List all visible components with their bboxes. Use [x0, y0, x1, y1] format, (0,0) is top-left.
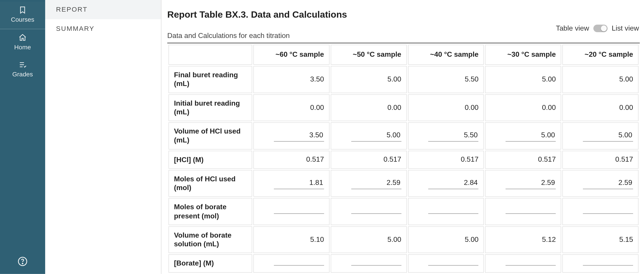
table-cell-input[interactable] — [562, 254, 639, 273]
table-cell: 5.10 — [253, 226, 330, 253]
cell-value: 5.50 — [428, 130, 478, 141]
table-cell: 0.517 — [408, 151, 484, 169]
cell-value — [351, 263, 401, 266]
cell-value — [583, 263, 633, 266]
table-row-label: Initial buret reading (mL) — [168, 94, 252, 121]
table-cell: 0.517 — [253, 151, 330, 169]
bookmark-icon — [18, 6, 26, 14]
cell-value: 3.50 — [274, 130, 324, 141]
view-toggle-switch[interactable] — [593, 24, 608, 32]
home-icon — [18, 33, 26, 42]
cell-value: 5.00 — [506, 130, 556, 141]
table-cell-input[interactable]: 2.59 — [562, 170, 639, 197]
table-cell-input[interactable]: 5.00 — [562, 122, 639, 149]
table-cell: 5.50 — [408, 66, 484, 93]
table-cell: 5.00 — [485, 66, 561, 93]
table-cell-input[interactable] — [331, 198, 407, 225]
table-row-label: [Borate] (M) — [168, 254, 252, 273]
cell-value — [274, 263, 324, 266]
table-cell: 3.50 — [253, 66, 330, 93]
table-row-label: [HCl] (M) — [168, 151, 252, 169]
cell-value — [274, 211, 324, 214]
table-cell: 0.00 — [408, 94, 484, 121]
list-check-icon — [18, 60, 26, 69]
table-cell-input[interactable]: 2.84 — [408, 170, 484, 197]
cell-value — [583, 211, 633, 214]
table-cell-input[interactable]: 5.00 — [331, 122, 407, 149]
cell-value — [428, 211, 478, 214]
table-row: Moles of HCl used (mol)1.812.592.842.592… — [168, 170, 639, 197]
cell-value — [506, 263, 556, 266]
sidebar-item-grades[interactable]: Grades — [0, 56, 45, 83]
table-row: Volume of borate solution (mL)5.105.005.… — [168, 226, 639, 253]
cell-value: 5.00 — [583, 130, 633, 141]
toggle-label-list: List view — [612, 24, 639, 32]
table-cell-input[interactable] — [408, 254, 484, 273]
cell-value: 2.59 — [583, 178, 633, 189]
secondary-sidebar: REPORT SUMMARY — [45, 0, 162, 274]
sidebar-item-courses[interactable]: Courses — [0, 1, 45, 29]
table-cell: 0.517 — [562, 151, 639, 169]
subnav-item-summary[interactable]: SUMMARY — [45, 19, 161, 38]
view-toggle: Table view List view — [556, 24, 639, 32]
table-corner-cell — [168, 45, 252, 65]
table-column-header: ~30 °C sample — [485, 45, 561, 65]
help-icon — [18, 258, 28, 269]
table-cell-input[interactable]: 2.59 — [485, 170, 561, 197]
cell-value — [351, 211, 401, 214]
table-row-label: Volume of HCl used (mL) — [168, 122, 252, 149]
primary-sidebar: Courses Home Grades — [0, 0, 45, 274]
sidebar-item-label: Home — [14, 43, 31, 50]
cell-value: 2.59 — [506, 178, 556, 189]
table-cell-input[interactable] — [331, 254, 407, 273]
table-row: [Borate] (M) — [168, 254, 639, 273]
cell-value: 5.00 — [351, 130, 401, 141]
sidebar-item-label: Courses — [11, 16, 34, 23]
table-cell-input[interactable] — [408, 198, 484, 225]
table-row: Initial buret reading (mL)0.000.000.000.… — [168, 94, 639, 121]
cell-value: 2.59 — [351, 178, 401, 189]
data-table: ~60 °C sample ~50 °C sample ~40 °C sampl… — [167, 43, 640, 274]
table-cell: 5.00 — [331, 226, 407, 253]
table-cell-input[interactable] — [253, 198, 330, 225]
table-cell-input[interactable]: 5.00 — [485, 122, 561, 149]
help-button[interactable] — [18, 256, 28, 269]
table-cell-input[interactable] — [485, 254, 561, 273]
table-column-header: ~40 °C sample — [408, 45, 484, 65]
table-row-label: Moles of borate present (mol) — [168, 198, 252, 225]
cell-value: 2.84 — [428, 178, 478, 189]
subnav-item-label: SUMMARY — [56, 25, 94, 32]
cell-value: 1.81 — [274, 178, 324, 189]
table-column-header: ~60 °C sample — [253, 45, 330, 65]
table-row: [HCl] (M)0.5170.5170.5170.5170.517 — [168, 151, 639, 169]
table-row-label: Moles of HCl used (mol) — [168, 170, 252, 197]
table-header-row: ~60 °C sample ~50 °C sample ~40 °C sampl… — [168, 45, 639, 65]
table-row: Volume of HCl used (mL)3.505.005.505.005… — [168, 122, 639, 149]
table-cell: 0.00 — [485, 94, 561, 121]
cell-value — [506, 211, 556, 214]
table-cell-input[interactable] — [562, 198, 639, 225]
table-cell-input[interactable] — [485, 198, 561, 225]
sidebar-item-home[interactable]: Home — [0, 29, 45, 56]
table-cell: 5.12 — [485, 226, 561, 253]
table-cell: 5.00 — [408, 226, 484, 253]
table-cell: 0.517 — [331, 151, 407, 169]
table-cell-input[interactable]: 5.50 — [408, 122, 484, 149]
toggle-label-table: Table view — [556, 24, 589, 32]
section-subtitle: Data and Calculations for each titration — [167, 32, 640, 40]
table-cell: 5.00 — [562, 66, 639, 93]
table-column-header: ~20 °C sample — [562, 45, 639, 65]
table-cell-input[interactable] — [253, 254, 330, 273]
table-cell: 0.00 — [331, 94, 407, 121]
subnav-item-report[interactable]: REPORT — [45, 0, 161, 19]
table-cell: 0.00 — [253, 94, 330, 121]
table-row-label: Volume of borate solution (mL) — [168, 226, 252, 253]
cell-value — [428, 263, 478, 266]
table-cell-input[interactable]: 1.81 — [253, 170, 330, 197]
subnav-item-label: REPORT — [56, 6, 88, 13]
table-cell: 0.517 — [485, 151, 561, 169]
table-cell: 5.00 — [331, 66, 407, 93]
table-cell-input[interactable]: 3.50 — [253, 122, 330, 149]
table-cell-input[interactable]: 2.59 — [331, 170, 407, 197]
table-column-header: ~50 °C sample — [331, 45, 407, 65]
